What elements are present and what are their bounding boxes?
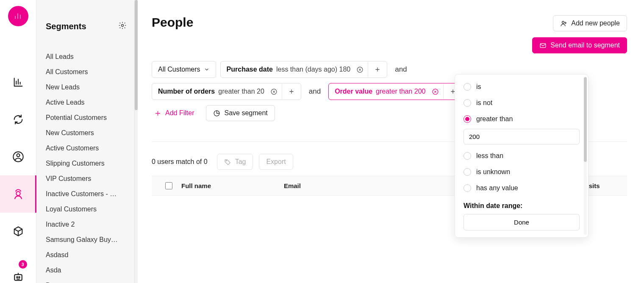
segment-item[interactable]: Potential Customers [46, 110, 127, 125]
close-circle-icon [270, 88, 278, 95]
radio-icon [464, 99, 471, 107]
close-circle-icon [356, 66, 364, 73]
remove-filter-button[interactable] [270, 88, 282, 95]
option-is[interactable]: is [455, 79, 588, 95]
segment-item[interactable]: New Customers [46, 125, 127, 141]
app-logo[interactable] [8, 6, 28, 26]
nav-bot[interactable]: 3 [0, 262, 36, 283]
page-title: People [152, 15, 193, 30]
export-label: Export [266, 158, 286, 166]
popover-scrollbar-thumb[interactable] [584, 77, 587, 162]
base-segment-dropdown[interactable]: All Customers [152, 61, 216, 78]
add-people-button[interactable]: Add new people [553, 15, 627, 31]
option-has-any-value[interactable]: has any value [455, 180, 588, 196]
svg-point-4 [19, 277, 20, 278]
segment-item[interactable]: Active Customers [46, 141, 127, 156]
segment-item[interactable]: Asda [46, 263, 127, 278]
option-label: greater than [476, 115, 513, 123]
condition-popover: is is not greater than less than is unkn… [455, 74, 588, 238]
nav-contacts[interactable] [0, 138, 36, 175]
svg-point-12 [226, 160, 227, 161]
option-label: is [476, 83, 481, 91]
sync-icon [12, 114, 24, 125]
save-segment-button[interactable]: Save segment [206, 105, 275, 121]
base-segment-label: All Customers [158, 66, 200, 73]
segment-item[interactable]: Samsung Galaxy Buy… [46, 232, 127, 247]
and-label: and [305, 87, 324, 96]
segment-item[interactable]: All Customers [46, 64, 127, 80]
segment-item[interactable]: Inactive 2 [46, 217, 127, 232]
filter-chip-number-of-orders[interactable]: Number of orders greater than 20 [152, 83, 301, 100]
segment-item[interactable]: Slipping Customers [46, 156, 127, 171]
done-button[interactable]: Done [464, 214, 580, 230]
bot-badge: 3 [19, 260, 27, 269]
radio-selected-icon [464, 115, 471, 123]
main-content: People Add new people Send email to segm… [135, 0, 644, 283]
bot-icon [12, 270, 25, 283]
col-email[interactable]: Email [284, 182, 386, 189]
segment-item[interactable]: Buggy [46, 278, 127, 283]
remove-filter-button[interactable] [356, 66, 368, 73]
tag-label: Tag [235, 158, 246, 166]
segment-item[interactable]: All Leads [46, 49, 127, 64]
segment-item[interactable]: VIP Customers [46, 171, 127, 186]
filter-condition: greater than 200 [376, 88, 425, 95]
add-condition-button[interactable] [282, 84, 301, 99]
add-people-label: Add new people [571, 19, 620, 27]
gear-icon [118, 21, 127, 30]
segment-item[interactable]: Inactive Customers - … [46, 186, 127, 202]
add-filter-button[interactable]: Add Filter [152, 105, 201, 121]
select-all-checkbox[interactable] [165, 182, 172, 189]
svg-point-6 [562, 21, 564, 23]
segments-panel: Segments All Leads All Customers New Lea… [36, 0, 135, 283]
option-less-than[interactable]: less than [455, 148, 588, 164]
send-email-button[interactable]: Send email to segment [532, 37, 627, 53]
option-label: is unknown [476, 168, 510, 176]
segments-settings-button[interactable] [118, 21, 127, 31]
send-email-label: Send email to segment [550, 42, 620, 49]
nav-people[interactable] [0, 175, 36, 213]
filter-chip-order-value[interactable]: Order value greater than 200 [328, 83, 462, 100]
col-full-name[interactable]: Full name [181, 182, 284, 189]
tag-button[interactable]: Tag [217, 154, 253, 170]
filter-field: Purchase date [227, 66, 273, 73]
segments-list: All Leads All Customers New Leads Active… [46, 49, 127, 283]
save-segment-label: Save segment [224, 109, 267, 117]
option-label: less than [476, 152, 503, 160]
bars-icon [13, 11, 23, 21]
within-date-range-label: Within date range: [455, 196, 588, 214]
nav-rail: 3 [0, 0, 36, 283]
filter-chip-purchase-date[interactable]: Purchase date less than (days ago) 180 [220, 61, 388, 78]
person-cap-icon [12, 188, 24, 200]
option-greater-than[interactable]: greater than [455, 111, 588, 127]
remove-filter-button[interactable] [432, 88, 443, 95]
export-button[interactable]: Export [259, 154, 293, 170]
add-filter-label: Add Filter [165, 109, 194, 117]
option-is-not[interactable]: is not [455, 95, 588, 111]
segment-item[interactable]: Loyal Customers [46, 202, 127, 217]
segment-item[interactable]: New Leads [46, 80, 127, 95]
radio-icon [464, 152, 471, 160]
svg-point-3 [17, 277, 18, 278]
nav-dashboard[interactable] [0, 64, 36, 101]
box-icon [12, 225, 24, 237]
segment-item[interactable]: Active Leads [46, 95, 127, 110]
tag-icon [224, 158, 231, 166]
filter-field: Number of orders [158, 88, 215, 95]
nav-sync[interactable] [0, 101, 36, 138]
pie-icon [213, 110, 220, 117]
segments-title: Segments [46, 22, 86, 31]
results-count: 0 users match of 0 [152, 158, 208, 166]
mail-icon [539, 42, 547, 49]
segment-item[interactable]: Asdasd [46, 247, 127, 263]
condition-value-input[interactable] [464, 129, 580, 144]
svg-point-0 [17, 154, 19, 157]
radio-icon [464, 184, 471, 192]
svg-point-5 [122, 25, 124, 27]
option-is-unknown[interactable]: is unknown [455, 164, 588, 180]
option-label: is not [476, 99, 492, 107]
add-condition-button[interactable] [368, 62, 387, 77]
radio-icon [464, 83, 471, 91]
filter-field: Order value [335, 88, 372, 95]
nav-products[interactable] [0, 213, 36, 250]
